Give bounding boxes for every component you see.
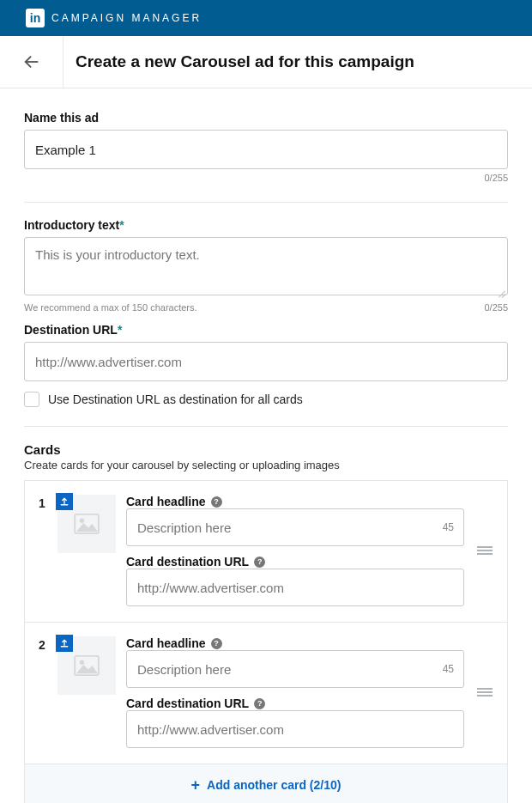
help-icon[interactable]: ? [254, 698, 265, 709]
card-headline-input[interactable] [126, 650, 464, 688]
ad-name-label: Name this ad [24, 111, 508, 125]
arrow-left-icon [22, 52, 41, 71]
back-button[interactable] [0, 36, 63, 88]
card-number: 2 [37, 636, 47, 748]
required-marker: * [118, 323, 122, 337]
card-number: 1 [37, 495, 47, 606]
card-destination-url-input[interactable] [126, 710, 464, 748]
cards-section: Cards Create cards for your carousel by … [24, 442, 508, 803]
use-dest-url-row: Use Destination URL as destination for a… [24, 392, 508, 407]
svg-point-2 [80, 519, 85, 524]
add-card-label: Add another card (2/10) [207, 778, 341, 792]
card-destination-url-label: Card destination URL ? [126, 555, 464, 569]
upload-icon [59, 638, 70, 648]
card-row: 1 [25, 481, 507, 623]
linkedin-logo: in [26, 9, 45, 27]
card-headline-label: Card headline ? [126, 495, 464, 508]
cards-title: Cards [24, 442, 508, 457]
intro-helper-text: We recommend a max of 150 characters. [24, 302, 197, 313]
intro-counter: 0/255 [484, 302, 508, 313]
help-icon[interactable]: ? [211, 496, 222, 508]
title-bar: Create a new Carousel ad for this campai… [0, 36, 532, 88]
destination-url-label: Destination URL* [24, 323, 508, 337]
add-another-card-button[interactable]: + Add another card (2/10) [25, 764, 507, 803]
card-headline-counter: 45 [443, 663, 454, 675]
card-headline-label: Card headline ? [126, 636, 464, 650]
card-destination-url-label: Card destination URL ? [126, 697, 464, 710]
upload-image-button[interactable] [56, 493, 73, 510]
cards-list: 1 [24, 480, 508, 803]
card-destination-url-input[interactable] [126, 569, 464, 606]
app-title: CAMPAIGN MANAGER [51, 12, 202, 24]
required-marker: * [119, 218, 124, 232]
use-dest-url-checkbox[interactable] [24, 392, 39, 407]
image-placeholder-icon [74, 514, 100, 534]
divider [24, 202, 508, 203]
card-row: 2 [25, 623, 507, 764]
drag-handle-icon [477, 687, 493, 697]
ad-name-input[interactable] [24, 130, 508, 169]
image-placeholder-icon [74, 655, 100, 676]
plus-icon: + [191, 777, 201, 793]
ad-name-counter: 0/255 [484, 173, 508, 183]
card-thumbnail[interactable] [57, 636, 116, 695]
use-dest-url-label: Use Destination URL as destination for a… [48, 392, 303, 406]
form-content: Name this ad 0/255 Introductory text* We… [0, 88, 532, 803]
upload-image-button[interactable] [56, 635, 73, 652]
intro-text-label: Introductory text* [24, 218, 508, 232]
destination-url-input[interactable] [24, 342, 508, 381]
app-header: in CAMPAIGN MANAGER [0, 0, 532, 36]
svg-point-7 [80, 660, 85, 666]
card-headline-counter: 45 [443, 521, 454, 533]
card-thumbnail[interactable] [57, 495, 116, 553]
upload-icon [59, 496, 70, 507]
divider [24, 426, 508, 427]
drag-handle[interactable] [475, 636, 495, 748]
help-icon[interactable]: ? [254, 557, 265, 568]
drag-handle-icon [477, 545, 493, 556]
card-headline-input[interactable] [126, 508, 464, 546]
cards-subtitle: Create cards for your carousel by select… [24, 459, 508, 471]
intro-text-input[interactable] [24, 237, 508, 295]
help-icon[interactable]: ? [211, 638, 222, 649]
page-title: Create a new Carousel ad for this campai… [63, 52, 414, 71]
drag-handle[interactable] [475, 495, 495, 606]
